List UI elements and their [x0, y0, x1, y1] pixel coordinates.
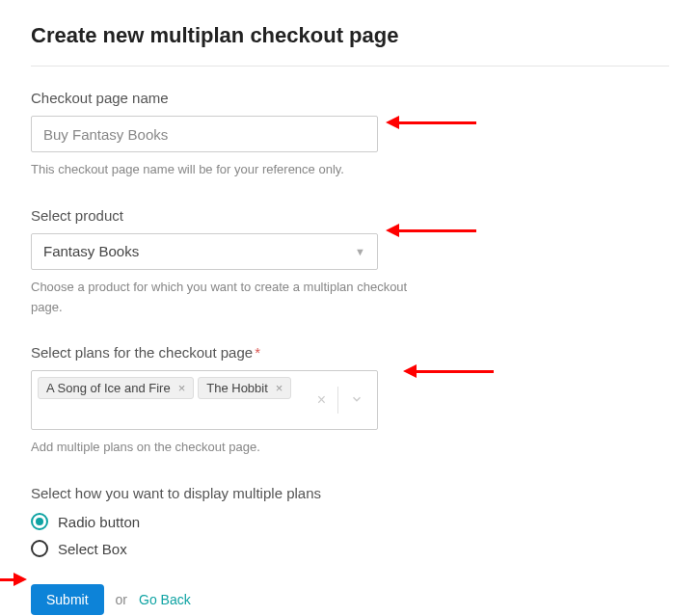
plans-tags-area: A Song of Ice and Fire × The Hobbit ×	[32, 371, 304, 429]
checkout-name-help: This checkout page name will be for your…	[31, 160, 417, 180]
or-text: or	[116, 592, 127, 607]
chevron-down-icon[interactable]	[342, 392, 371, 409]
plans-label-text: Select plans for the checkout page	[31, 344, 253, 361]
product-value: Fantasy Books	[43, 243, 139, 259]
close-icon[interactable]: ×	[276, 381, 283, 395]
required-indicator: *	[255, 344, 260, 361]
product-group: Select product Fantasy Books ▼ Choose a …	[31, 207, 669, 318]
display-radio-group: Radio button Select Box	[31, 513, 669, 557]
divider	[31, 66, 669, 67]
chevron-down-icon: ▼	[355, 246, 365, 257]
product-help: Choose a product for which you want to c…	[31, 278, 417, 318]
goback-link[interactable]: Go Back	[139, 592, 191, 607]
plan-tag: A Song of Ice and Fire ×	[38, 377, 194, 399]
radio-option-radiobutton[interactable]: Radio button	[31, 513, 669, 530]
plans-help: Add multiple plans on the checkout page.	[31, 438, 417, 458]
action-row: Submit or Go Back	[31, 584, 669, 615]
product-label: Select product	[31, 207, 669, 224]
checkout-name-input[interactable]	[31, 116, 378, 152]
plan-tag: The Hobbit ×	[198, 377, 291, 399]
display-group: Select how you want to display multiple …	[31, 485, 669, 557]
radio-label: Radio button	[58, 514, 140, 530]
annotation-arrow	[0, 573, 27, 586]
product-select[interactable]: Fantasy Books ▼	[31, 233, 378, 270]
radio-label: Select Box	[58, 541, 127, 557]
plans-multiselect[interactable]: A Song of Ice and Fire × The Hobbit × ×	[31, 370, 378, 430]
plans-group: Select plans for the checkout page* A So…	[31, 344, 669, 458]
radio-icon-selected	[31, 513, 48, 530]
close-icon[interactable]: ×	[178, 381, 186, 395]
radio-icon-unselected	[31, 540, 48, 557]
plans-controls: ×	[304, 371, 377, 429]
checkout-name-group: Checkout page name This checkout page na…	[31, 90, 669, 180]
plan-tag-label: The Hobbit	[206, 381, 268, 395]
plans-label: Select plans for the checkout page*	[31, 344, 669, 361]
clear-all-icon[interactable]: ×	[310, 391, 334, 409]
radio-option-selectbox[interactable]: Select Box	[31, 540, 669, 557]
checkout-name-label: Checkout page name	[31, 90, 669, 106]
plan-tag-label: A Song of Ice and Fire	[46, 381, 171, 395]
submit-button[interactable]: Submit	[31, 584, 104, 615]
page-title: Create new multiplan checkout page	[31, 23, 669, 48]
separator	[337, 387, 338, 414]
display-label: Select how you want to display multiple …	[31, 485, 669, 501]
